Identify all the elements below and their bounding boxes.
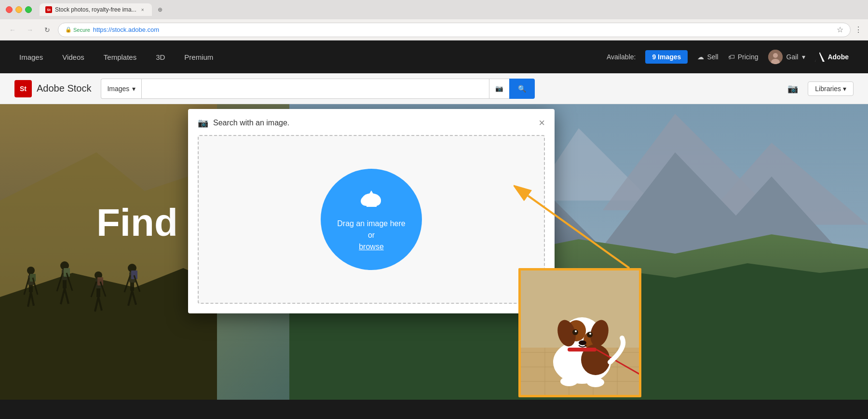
dog-image-container xyxy=(518,268,641,397)
available-label: Available: xyxy=(607,53,636,61)
nav-item-videos[interactable]: Videos xyxy=(62,51,84,63)
browser-chrome: St Stock photos, royalty-free ima... × ⊕… xyxy=(0,0,868,41)
browser-titlebar: St Stock photos, royalty-free ima... × ⊕ xyxy=(0,0,868,19)
libraries-button[interactable]: Libraries ▾ xyxy=(808,81,854,96)
avatar-image xyxy=(768,50,783,64)
modal-header: 📷 Search with an image. × xyxy=(188,109,555,135)
image-search-modal: 📷 Search with an image. × xyxy=(188,109,555,313)
upload-circle[interactable]: Drag an image here or browse xyxy=(321,169,422,270)
upload-drag-text: Drag an image here or browse xyxy=(337,218,405,253)
site-header: St Adobe Stock Images ▾ 📷 🔍 📷 Libraries … xyxy=(0,73,868,104)
camera-icon: 📷 xyxy=(495,85,503,92)
svg-point-77 xyxy=(575,330,577,332)
svg-rect-83 xyxy=(568,348,597,351)
search-type-dropdown[interactable]: Images ▾ xyxy=(101,79,141,99)
back-button[interactable]: ← xyxy=(6,23,19,37)
tab-title: Stock photos, royalty-free ima... xyxy=(55,6,136,13)
tab-favicon: St xyxy=(45,6,52,13)
adobe-stock-text: Adobe Stock xyxy=(37,83,91,94)
secure-label: Secure xyxy=(73,27,90,33)
tab-icon: ⊕ xyxy=(158,6,163,13)
hero-section: Find 📷 Search with an image. × xyxy=(0,104,868,400)
svg-point-79 xyxy=(579,340,586,345)
sell-button[interactable]: ☁ Sell xyxy=(697,53,718,61)
secure-badge: 🔒 Secure xyxy=(65,27,90,33)
search-button[interactable]: 🔍 xyxy=(509,79,535,99)
chevron-down-icon: ▾ xyxy=(132,85,136,93)
search-input[interactable] xyxy=(141,79,489,99)
cloud-icon: ☁ xyxy=(697,53,704,61)
adobe-st-icon: St xyxy=(14,80,32,97)
forward-button[interactable]: → xyxy=(23,23,37,37)
browser-tabs: St Stock photos, royalty-free ima... × ⊕ xyxy=(40,3,862,16)
browser-toolbar: ← → ↻ 🔒 Secure https://stock.adobe.com ☆… xyxy=(0,19,868,41)
maximize-window-button[interactable] xyxy=(25,6,32,13)
images-badge[interactable]: 9 Images xyxy=(645,50,688,64)
avatar xyxy=(768,50,783,64)
chevron-down-icon: ▾ xyxy=(802,53,805,61)
address-bar[interactable]: 🔒 Secure https://stock.adobe.com ☆ xyxy=(58,23,851,37)
close-window-button[interactable] xyxy=(6,6,13,13)
dog-svg xyxy=(521,270,641,397)
nav-item-templates[interactable]: Templates xyxy=(104,51,136,63)
tab-close-button[interactable]: × xyxy=(139,6,146,13)
svg-point-82 xyxy=(587,378,604,387)
svg-point-75 xyxy=(572,329,578,335)
nav-item-3d[interactable]: 3D xyxy=(156,51,165,63)
pricing-button[interactable]: 🏷 Pricing xyxy=(728,53,759,61)
svg-point-20 xyxy=(27,267,35,274)
user-menu-button[interactable]: Gail ▾ xyxy=(768,50,806,64)
svg-rect-38 xyxy=(97,277,103,285)
bookmark-icon[interactable]: ☆ xyxy=(837,25,843,34)
nav-item-premium[interactable]: Premium xyxy=(184,51,213,63)
camera-icon-header[interactable]: 📷 xyxy=(784,80,802,98)
hikers-panel xyxy=(0,104,217,400)
active-tab[interactable]: St Stock photos, royalty-free ima... × xyxy=(40,3,152,16)
traffic-lights xyxy=(6,6,32,13)
header-right: 📷 Libraries ▾ xyxy=(784,80,854,98)
svg-point-1 xyxy=(773,53,778,58)
camera-search-button[interactable]: 📷 xyxy=(489,79,509,99)
site-navigation: Images Videos Templates 3D Premium Avail… xyxy=(0,41,868,73)
hikers-svg xyxy=(0,104,217,400)
svg-point-78 xyxy=(589,333,591,335)
tag-icon: 🏷 xyxy=(728,53,735,61)
upload-icon xyxy=(358,187,385,213)
nav-left: Images Videos Templates 3D Premium xyxy=(19,51,607,63)
svg-line-58 xyxy=(528,196,629,268)
more-options-icon[interactable]: ⋮ xyxy=(854,25,862,34)
inactive-tab[interactable]: ⊕ xyxy=(152,3,190,16)
adobe-icon xyxy=(815,52,825,62)
nav-right: Available: 9 Images ☁ Sell 🏷 Pricing Gai… xyxy=(607,50,849,64)
adobe-stock-logo: St Adobe Stock xyxy=(14,80,91,97)
modal-drop-area[interactable]: Drag an image here or browse xyxy=(198,135,545,304)
browse-link[interactable]: browse xyxy=(337,241,405,253)
modal-camera-icon: 📷 xyxy=(198,118,208,128)
modal-title: Search with an image. xyxy=(213,119,289,127)
reload-button[interactable]: ↻ xyxy=(41,23,54,37)
svg-rect-56 xyxy=(370,194,373,202)
svg-point-81 xyxy=(560,377,578,386)
adobe-logo[interactable]: Adobe xyxy=(815,52,849,62)
svg-point-76 xyxy=(587,332,593,338)
minimize-window-button[interactable] xyxy=(15,6,22,13)
modal-close-button[interactable]: × xyxy=(539,118,545,128)
search-bar: Images ▾ 📷 🔍 xyxy=(101,79,535,99)
chevron-down-icon: ▾ xyxy=(843,85,846,93)
nav-item-images[interactable]: Images xyxy=(19,51,43,63)
address-text: https://stock.adobe.com xyxy=(93,26,159,33)
lock-icon: 🔒 xyxy=(65,27,72,33)
